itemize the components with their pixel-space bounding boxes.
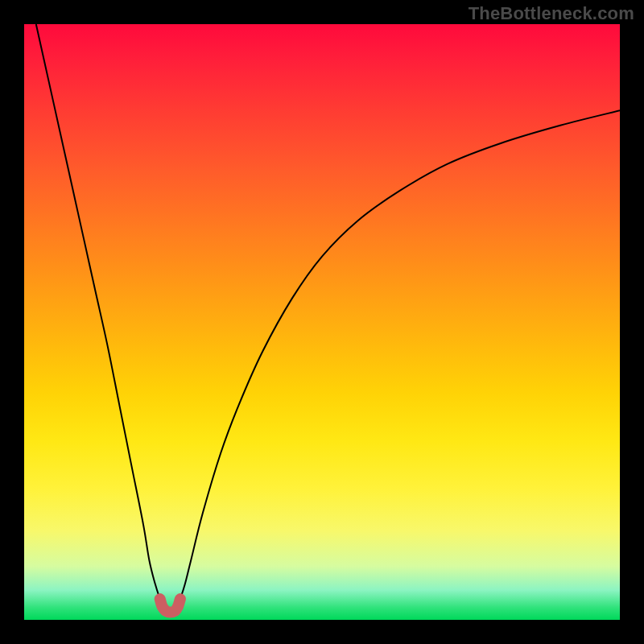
series-left-arm (36, 24, 160, 599)
chart-svg (24, 24, 620, 620)
series-right-arm (180, 110, 620, 599)
watermark-label: TheBottleneck.com (469, 3, 634, 24)
chart-plot-area (24, 24, 620, 620)
series-trough (160, 599, 180, 612)
